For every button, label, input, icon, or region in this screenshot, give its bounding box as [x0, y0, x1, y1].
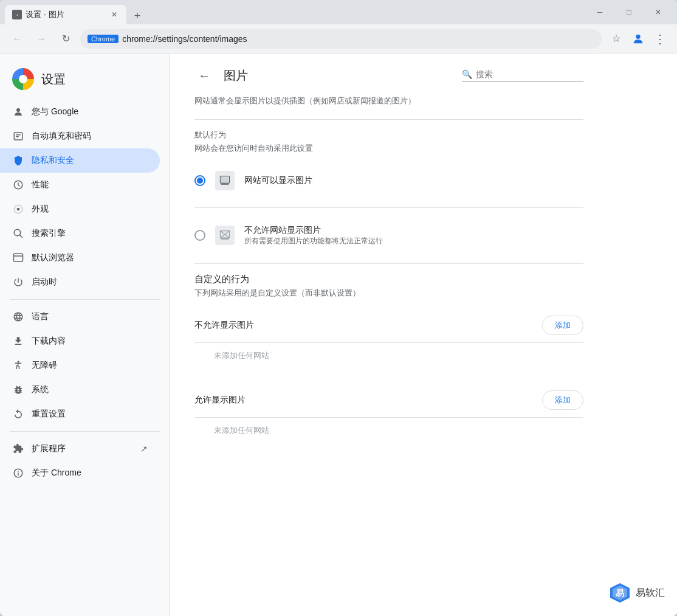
sidebar-label-download: 下载内容: [32, 336, 66, 347]
sidebar-item-extensions[interactable]: 扩展程序 ↗: [0, 437, 160, 461]
sidebar-label-reset: 重置设置: [32, 409, 66, 420]
tab-favicon: [12, 10, 22, 19]
autofill-icon: [12, 130, 24, 142]
allow-list-header: 允许显示图片 添加: [194, 383, 583, 418]
new-tab-button[interactable]: +: [129, 7, 146, 24]
radio-allow[interactable]: 网站可以显示图片: [194, 164, 583, 198]
address-text: chrome://settings/content/images: [122, 34, 594, 44]
svg-line-9: [19, 235, 22, 238]
svg-text:易: 易: [616, 588, 624, 598]
sidebar-label-extensions: 扩展程序: [32, 443, 66, 454]
svg-point-1: [636, 34, 640, 38]
external-link-icon: ↗: [140, 444, 148, 454]
svg-point-7: [17, 208, 20, 211]
sidebar-item-appearance[interactable]: 外观: [0, 197, 160, 221]
reset-icon: [12, 408, 24, 420]
chrome-logo: [12, 68, 34, 90]
page-header: ← 图片 🔍: [194, 54, 583, 95]
address-bar[interactable]: Chrome chrome://settings/content/images: [80, 29, 602, 49]
forward-button[interactable]: →: [32, 29, 51, 49]
radio-block-icon: [215, 226, 235, 245]
page-description: 网站通常会显示图片以提供插图（例如网店或新闻报道的图片）: [194, 95, 583, 107]
page-back-button[interactable]: ←: [194, 66, 214, 85]
block-list-label: 不允许显示图片: [194, 320, 254, 331]
sidebar-item-startup[interactable]: 启动时: [0, 270, 160, 294]
performance-icon: [12, 179, 24, 191]
svg-rect-14: [221, 184, 229, 185]
accessibility-icon: [12, 359, 24, 372]
radio-block-circle[interactable]: [194, 230, 205, 241]
sidebar: 设置 您与 Google 自动填充和密码 隐私和安全: [0, 54, 170, 616]
navigation-bar: ← → ↻ Chrome chrome://settings/content/i…: [0, 24, 677, 54]
google-icon: [12, 106, 24, 118]
reload-button[interactable]: ↻: [56, 29, 75, 49]
radio-block-sublabel: 所有需要使用图片的功能都将无法正常运行: [244, 236, 383, 246]
page-search-input[interactable]: [476, 69, 567, 79]
custom-behavior-section: 自定义的行为 下列网站采用的是自定义设置（而非默认设置） 不允许显示图片 添加 …: [194, 274, 583, 443]
tab-close-button[interactable]: ✕: [109, 10, 119, 19]
radio-allow-label-container: 网站可以显示图片: [244, 175, 312, 186]
sidebar-item-reset[interactable]: 重置设置: [0, 402, 160, 426]
radio-block[interactable]: 不允许网站显示图片 所有需要使用图片的功能都将无法正常运行: [194, 218, 583, 254]
menu-icon[interactable]: ⋮: [650, 29, 670, 49]
sidebar-item-privacy[interactable]: 隐私和安全: [0, 148, 160, 173]
watermark-logo: 易: [609, 582, 631, 604]
sidebar-item-language[interactable]: 语言: [0, 305, 160, 329]
block-list-add-button[interactable]: 添加: [542, 316, 583, 335]
sidebar-item-about[interactable]: 关于 Chrome: [0, 461, 160, 485]
sidebar-item-accessibility[interactable]: 无障碍: [0, 353, 160, 378]
allow-list-add-button[interactable]: 添加: [542, 390, 583, 410]
main-area: 设置 您与 Google 自动填充和密码 隐私和安全: [0, 54, 677, 616]
block-list-header: 不允许显示图片 添加: [194, 308, 583, 343]
sidebar-item-browser[interactable]: 默认浏览器: [0, 246, 160, 270]
svg-rect-18: [221, 238, 229, 240]
download-icon: [12, 335, 24, 347]
sidebar-divider-2: [10, 431, 160, 432]
nav-icons-right: ☆ ⋮: [607, 29, 670, 49]
svg-point-2: [16, 108, 20, 112]
page-search: 🔍: [462, 69, 583, 82]
window-controls: ─ □ ✕: [586, 2, 672, 22]
allow-list-label: 允许显示图片: [194, 395, 246, 406]
sidebar-item-download[interactable]: 下载内容: [0, 329, 160, 353]
sidebar-item-search[interactable]: 搜索引擎: [0, 221, 160, 246]
back-button[interactable]: ←: [7, 29, 27, 49]
active-tab[interactable]: 设置 - 图片 ✕: [5, 5, 126, 24]
system-icon: [12, 384, 24, 396]
minimize-button[interactable]: ─: [586, 2, 614, 22]
watermark: 易 易软汇: [609, 582, 665, 604]
sidebar-item-google[interactable]: 您与 Google: [0, 100, 160, 124]
chrome-badge: Chrome: [88, 35, 119, 43]
divider-1: [194, 119, 583, 120]
bookmark-icon[interactable]: ☆: [607, 29, 626, 49]
svg-point-12: [18, 361, 19, 363]
search-engine-icon: [12, 227, 24, 240]
divider-radio: [194, 207, 583, 208]
close-button[interactable]: ✕: [644, 2, 672, 22]
sidebar-item-system[interactable]: 系统: [0, 378, 160, 402]
maximize-button[interactable]: □: [615, 2, 643, 22]
tab-title: 设置 - 图片: [26, 9, 106, 20]
allow-list-empty: 未添加任何网站: [194, 418, 583, 443]
content-area: ← 图片 🔍 网站通常会显示图片以提供插图（例如网店或新闻报道的图片） 默认行为…: [170, 54, 677, 616]
custom-behavior-subtitle: 下列网站采用的是自定义设置（而非默认设置）: [194, 288, 583, 299]
title-bar: 设置 - 图片 ✕ + ─ □ ✕: [0, 0, 677, 24]
extensions-icon: [12, 443, 24, 455]
sidebar-divider-1: [10, 299, 160, 300]
sidebar-label-startup: 启动时: [32, 277, 57, 288]
sidebar-label-about: 关于 Chrome: [32, 468, 81, 479]
profile-icon[interactable]: [628, 29, 648, 49]
sidebar-label-system: 系统: [32, 384, 49, 395]
radio-block-label-container: 不允许网站显示图片 所有需要使用图片的功能都将无法正常运行: [244, 225, 383, 246]
sidebar-label-google: 您与 Google: [32, 106, 78, 117]
divider-2: [194, 263, 583, 264]
default-behavior-subtitle: 网站会在您访问时自动采用此设置: [194, 143, 583, 154]
radio-allow-circle[interactable]: [194, 175, 205, 186]
sidebar-item-performance[interactable]: 性能: [0, 173, 160, 197]
radio-block-label: 不允许网站显示图片: [244, 225, 383, 236]
sidebar-item-autofill[interactable]: 自动填充和密码: [0, 124, 160, 148]
page-header-left: ← 图片: [194, 66, 248, 85]
appearance-icon: [12, 203, 24, 215]
tab-bar: 设置 - 图片 ✕ +: [5, 0, 586, 24]
allow-list-section: 允许显示图片 添加 未添加任何网站: [194, 383, 583, 443]
